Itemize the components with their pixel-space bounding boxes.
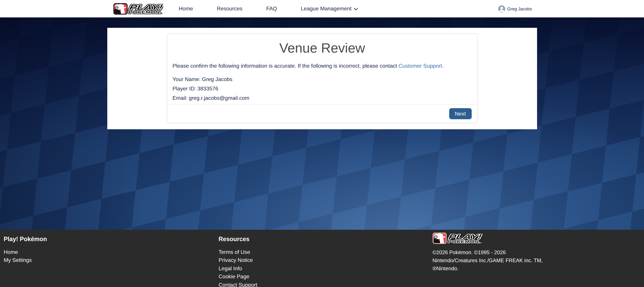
venue-review-card: Venue Review Please confirm the followin… [167,33,478,123]
main-content: Venue Review Please confirm the followin… [0,17,644,230]
footer-heading-play-pokemon: Play! Pokémon [4,236,47,243]
brand-tm-text: ™ [162,13,163,14]
player-info: Your Name:Greg Jacobs Player ID:3833576 … [172,75,472,103]
play-pokemon-badge-icon [433,233,446,244]
copyright-text: ©2026 Pokémon. ©1995 - 2026 Nintendo/Cre… [432,249,543,273]
copyright-line-3: ®Nintendo. [432,265,543,273]
footer-link-legal-info[interactable]: Legal Info [218,265,257,273]
footer-column-brand: PLAY! PLAY! POKÉMON. POKÉMON. ™ ©2026 Po… [432,232,543,273]
field-email: Email:greg.r.jacobs@gmail.com [172,93,472,103]
nav-item-faq[interactable]: FAQ [266,6,277,12]
footer-link-privacy-notice[interactable]: Privacy Notice [218,256,257,265]
footer-heading-resources: Resources [218,236,257,243]
customer-support-link[interactable]: Customer Support [398,63,442,69]
page: PLAY! PLAY! POKÉMON. POKÉMON. ™ Home Res… [0,0,644,287]
footer-link-my-settings[interactable]: My Settings [4,256,47,265]
user-avatar-icon [498,5,505,12]
footer-links-play-pokemon: Home My Settings [4,248,47,265]
chevron-down-icon [354,7,358,10]
user-menu[interactable]: Greg Jacobs [498,0,532,17]
field-player-id-value: 3833576 [198,86,218,91]
intro-suffix: . [442,63,444,69]
nav-item-resources-label: Resources [217,6,242,12]
nav-item-resources[interactable]: Resources [217,6,242,12]
page-title: Venue Review [172,40,472,55]
play-pokemon-logo: PLAY! PLAY! POKÉMON. POKÉMON. ™ [113,3,163,14]
card-body: Venue Review Please confirm the followin… [167,34,477,104]
svg-text:POKÉMON.: POKÉMON. [448,240,480,244]
nav-item-league-management[interactable]: League Management [301,6,358,12]
venue-review-container: Venue Review Please confirm the followin… [107,28,537,129]
play-pokemon-badge-icon [114,3,127,14]
nav-item-home-label: Home [179,6,193,12]
field-player-id-label: Player ID: [172,86,196,91]
user-name: Greg Jacobs [507,6,532,11]
avatar [498,5,505,12]
field-your-name-value: Greg Jacobs [202,76,232,82]
next-button[interactable]: Next [449,108,472,119]
main-nav: Home Resources FAQ League Management [179,6,358,12]
field-your-name: Your Name:Greg Jacobs [172,75,472,84]
footer-link-home[interactable]: Home [4,248,47,256]
nav-item-home[interactable]: Home [179,6,193,12]
svg-text:POKÉMON.: POKÉMON. [128,10,161,14]
field-email-value: greg.r.jacobs@gmail.com [189,95,250,101]
top-navbar: PLAY! PLAY! POKÉMON. POKÉMON. ™ Home Res… [0,0,644,17]
footer-link-cookie-page[interactable]: Cookie Page [218,273,257,281]
copyright-line-2: Nintendo/Creatures Inc./GAME FREAK inc. … [432,257,543,265]
nav-item-faq-label: FAQ [266,6,277,12]
field-your-name-label: Your Name: [172,76,201,82]
footer: Play! Pokémon Home My Settings Resources… [0,230,644,287]
footer-column-resources: Resources Terms of Use Privacy Notice Le… [218,236,257,287]
nav-item-league-management-label: League Management [301,6,351,12]
intro-prefix: Please confirm the following information… [172,63,398,69]
footer-column-play-pokemon: Play! Pokémon Home My Settings [4,236,47,265]
copyright-line-1: ©2026 Pokémon. ©1995 - 2026 [432,249,543,257]
footer-links-resources: Terms of Use Privacy Notice Legal Info C… [218,248,257,287]
header-logo[interactable]: PLAY! PLAY! POKÉMON. POKÉMON. ™ [113,3,163,14]
footer-link-contact-support[interactable]: Contact Support [218,281,257,287]
svg-text:™: ™ [481,243,482,244]
intro-text: Please confirm the following information… [172,62,472,70]
footer-link-terms-of-use[interactable]: Terms of Use [218,248,257,256]
field-email-label: Email: [172,95,188,101]
card-footer: Next [167,104,477,123]
footer-play-pokemon-logo: PLAY! PLAY! POKÉMON. POKÉMON. ™ [432,232,482,244]
field-player-id: Player ID:3833576 [172,84,472,93]
